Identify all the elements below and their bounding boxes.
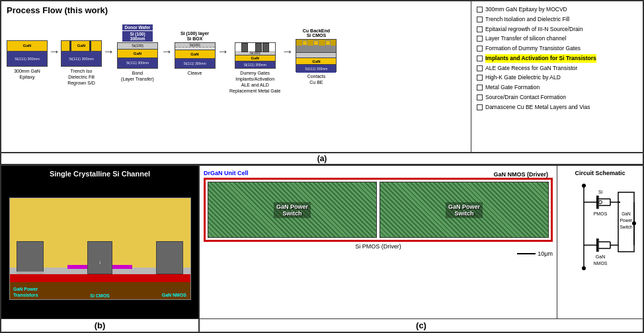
flow-diagram: GaN Si(111) 300mm 300mm GaNEpitaxy → GaN — [7, 19, 465, 97]
checklist-checkbox — [477, 104, 483, 110]
svg-text:Si: Si — [598, 190, 602, 194]
scale-line — [517, 253, 536, 254]
checklist-checkbox — [477, 36, 483, 42]
svg-text:Switch: Switch — [620, 225, 633, 229]
svg-point-28 — [632, 221, 636, 225]
flow-step-4: Si (100) layer Si BOX Si(100) GaN Si(111… — [173, 22, 216, 94]
panel-b: Single Crystalline Si Channel — [1, 166, 200, 318]
checklist-text: Trench Isolation and Dielectric Fill — [485, 15, 569, 24]
checklist-checkbox — [477, 56, 483, 61]
flow-step-1: GaN Si(111) 300mm 300mm GaNEpitaxy — [7, 24, 48, 92]
label-b: (b) — [1, 319, 200, 332]
panel-c-main: DrGaN Unit Cell GaN NMOS (Driver) GaN Po… — [200, 166, 557, 318]
svg-text:PMOS: PMOS — [593, 211, 607, 216]
circuit-svg: Si PMOS GaN Power Switch — [564, 179, 637, 275]
svg-text:GaN: GaN — [595, 254, 604, 259]
checklist-text: Layer Transfer of silicon channel — [485, 34, 566, 43]
svg-text:GaN: GaN — [622, 211, 631, 216]
arrow-5: → — [280, 45, 294, 59]
checklist-item: Metal Gate Formation — [477, 83, 637, 92]
checklist-checkbox — [477, 26, 483, 32]
checklist-item: Damascene Cu BE Metal Layers and Vias — [477, 103, 637, 112]
checklist-item: Implants and Activation for Si Transisto… — [477, 54, 637, 63]
flow-step-2: GaN Si(111) 300mm Trench IsoDielectric F… — [61, 24, 102, 92]
checklist-text: Metal Gate Formation — [485, 83, 540, 92]
checklist-text: 300mm GaN Epitaxy by MOCVD — [485, 5, 567, 14]
arrow-3: → — [160, 45, 173, 59]
panel-b-title: Single Crystalline Si Channel — [50, 170, 150, 178]
arrow-2: → — [102, 45, 115, 59]
process-flow-panel: Process Flow (this work) GaN Si(111) 300… — [1, 1, 471, 152]
gan-nmos-label: GaN NMOS (Driver) — [493, 171, 548, 178]
checklist-checkbox — [477, 94, 483, 100]
flow-step-6: Cu BackEnd Si CMOS GaN — [294, 19, 339, 97]
arrow-1: → — [48, 45, 61, 59]
bottom-labels-row: (b) (c) — [1, 318, 643, 332]
arrow-4: → — [216, 45, 229, 59]
checklist-item: Epitaxial regrowth of III-N Source/Drain — [477, 25, 637, 34]
checklist-checkbox — [477, 85, 483, 91]
checklist-item: Layer Transfer of silicon channel — [477, 34, 637, 43]
checklist-item: 300mm GaN Epitaxy by MOCVD — [477, 5, 637, 14]
checklist-text: High-K Gate Dielectric by ALD — [485, 73, 561, 82]
flow-step-5: Si(100) GaN Si(111) 300mm Dummy GatesImp… — [229, 22, 280, 94]
checklist-checkbox — [477, 7, 483, 13]
panel-c: DrGaN Unit Cell GaN NMOS (Driver) GaN Po… — [200, 166, 643, 318]
checklist-text: Source/Drain Contact Formation — [485, 93, 566, 102]
checklist-panel: 300mm GaN Epitaxy by MOCVDTrench Isolati… — [471, 1, 643, 152]
svg-text:Power: Power — [620, 218, 632, 223]
scale-bar: 10μm — [204, 250, 553, 257]
flow-step-3: Donor Wafer Si (100)300mm Si(100) GaN Si… — [115, 23, 160, 94]
scale-label: 10μm — [538, 250, 553, 257]
checklist-text: Epitaxial regrowth of III-N Source/Drain — [485, 25, 583, 34]
checklist-text: Damascene Cu BE Metal Layers and Vias — [485, 103, 590, 112]
checklist-text: ALE Gate Recess for GaN Transistor — [485, 64, 577, 73]
svg-point-2 — [582, 266, 586, 270]
circuit-panel: Circuit Schematic — [557, 166, 643, 318]
checklist-item: Formation of Dummy Transistor Gates — [477, 44, 637, 53]
checklist-text: Formation of Dummy Transistor Gates — [485, 44, 581, 53]
checklist-text: Implants and Activation for Si Transisto… — [485, 54, 596, 63]
checklist-checkbox — [477, 17, 483, 22]
checklist-item: ALE Gate Recess for GaN Transistor — [477, 64, 637, 73]
circuit-title: Circuit Schematic — [575, 170, 625, 176]
unit-cell-box: GaN NMOS (Driver) GaN PowerSwitch GaN Po… — [204, 178, 553, 242]
power-switch-right: GaN PowerSwitch — [380, 182, 549, 238]
svg-point-1 — [582, 184, 586, 188]
checklist-item: Trench Isolation and Dielectric Fill — [477, 15, 637, 24]
svg-point-10 — [598, 201, 602, 204]
svg-text:NMOS: NMOS — [593, 261, 607, 266]
panel-c-inner: DrGaN Unit Cell GaN NMOS (Driver) GaN Po… — [200, 166, 643, 318]
power-switches-row: GaN PowerSwitch GaN PowerSwitch — [208, 182, 549, 238]
checklist-checkbox — [477, 75, 483, 81]
process-flow-title: Process Flow (this work) — [7, 5, 465, 15]
label-a: (a) — [1, 153, 643, 165]
cross-section: ↓ GaN PowerTransistors Si CMOS GaN NMOS — [9, 198, 191, 300]
si-pmos-label: Si PMOS (Driver) — [204, 243, 553, 250]
power-switch-left: GaN PowerSwitch — [208, 182, 377, 238]
checklist-checkbox — [477, 46, 483, 52]
checklist-item: Source/Drain Contact Formation — [477, 93, 637, 102]
label-c: (c) — [200, 319, 643, 332]
checklist-item: High-K Gate Dielectric by ALD — [477, 73, 637, 82]
checklist-checkbox — [477, 65, 483, 71]
